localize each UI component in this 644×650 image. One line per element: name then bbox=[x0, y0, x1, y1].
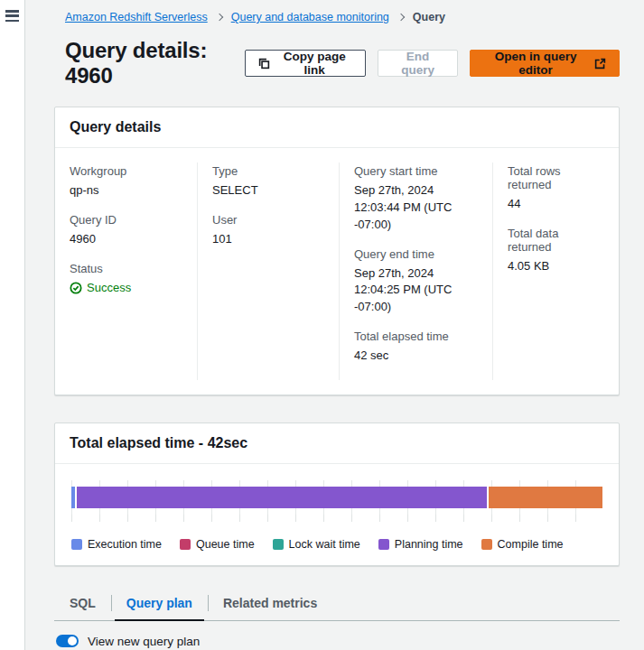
elapsed-time-chart: Execution timeQueue timeLock wait timePl… bbox=[55, 464, 619, 565]
open-in-query-editor-button[interactable]: Open in query editor bbox=[470, 50, 620, 77]
breadcrumb-link-redshift-serverless[interactable]: Amazon Redshift Serverless bbox=[65, 11, 208, 23]
total-data-returned-value: 4.05 KB bbox=[508, 258, 604, 275]
query-plan-toggle-row: View new query plan bbox=[54, 635, 620, 648]
main-content: Amazon Redshift Serverless Query and dat… bbox=[25, 0, 644, 650]
legend-label: Compile time bbox=[498, 538, 564, 551]
field-label: Total rows returned bbox=[508, 164, 604, 191]
legend-label: Lock wait time bbox=[289, 538, 360, 551]
legend-item-queue-time: Queue time bbox=[180, 538, 255, 551]
query-start-time-value: Sep 27th, 2024 12:03:44 PM (UTC -07:00) bbox=[354, 182, 478, 234]
view-new-query-plan-toggle[interactable] bbox=[56, 635, 79, 647]
legend-swatch-icon bbox=[378, 539, 389, 550]
breadcrumb-separator-icon bbox=[397, 14, 405, 21]
field-label: Query end time bbox=[354, 247, 478, 261]
field-label: User bbox=[212, 213, 324, 227]
field-label: Status bbox=[70, 262, 182, 275]
details-column-2: TypeSELECT User101 bbox=[197, 162, 339, 380]
query-id-value: 4960 bbox=[70, 231, 182, 248]
bar-segment-compile-time bbox=[489, 487, 602, 508]
legend-swatch-icon bbox=[71, 539, 82, 550]
field-label: Query start time bbox=[354, 164, 478, 178]
legend-label: Execution time bbox=[88, 538, 162, 551]
menu-icon[interactable] bbox=[5, 10, 19, 22]
legend-item-compile-time: Compile time bbox=[481, 538, 564, 551]
legend-label: Planning time bbox=[395, 538, 463, 551]
details-column-4: Total rows returned44 Total data returne… bbox=[492, 162, 619, 380]
details-column-1: Workgroupqp-ns Query ID4960 Status Succe… bbox=[55, 162, 197, 380]
copy-page-link-button[interactable]: Copy page link bbox=[245, 50, 366, 77]
type-value: SELECT bbox=[212, 182, 324, 200]
status-badge: Success bbox=[70, 280, 182, 297]
elapsed-time-card-title: Total elapsed time - 42sec bbox=[55, 423, 619, 464]
query-end-time-value: Sep 27th, 2024 12:04:25 PM (UTC -07:00) bbox=[354, 265, 478, 317]
breadcrumb-current: Query bbox=[413, 11, 445, 23]
chart-plot-area bbox=[71, 480, 602, 522]
tab-query-plan[interactable]: Query plan bbox=[111, 588, 208, 620]
legend-label: Queue time bbox=[196, 538, 255, 551]
breadcrumb-link-query-monitoring[interactable]: Query and database monitoring bbox=[231, 11, 389, 23]
user-value: 101 bbox=[212, 231, 324, 248]
total-rows-returned-value: 44 bbox=[508, 196, 604, 213]
breadcrumb: Amazon Redshift Serverless Query and dat… bbox=[65, 11, 620, 23]
field-label: Workgroup bbox=[70, 164, 182, 178]
elapsed-time-card: Total elapsed time - 42sec Execution tim… bbox=[54, 422, 620, 566]
external-link-icon bbox=[594, 58, 606, 70]
bar-segment-planning-time bbox=[77, 487, 489, 508]
chart-axis-ticks bbox=[71, 515, 602, 522]
legend-swatch-icon bbox=[481, 539, 492, 550]
copy-icon bbox=[258, 58, 270, 70]
field-label: Type bbox=[212, 164, 324, 178]
page-title: Query details: 4960 bbox=[65, 38, 245, 88]
legend-swatch-icon bbox=[273, 539, 284, 550]
field-label: Query ID bbox=[70, 213, 182, 227]
page-header: Amazon Redshift Serverless Query and dat… bbox=[54, 11, 620, 88]
details-column-3: Query start timeSep 27th, 2024 12:03:44 … bbox=[339, 162, 492, 380]
detail-tabs: SQL Query plan Related metrics bbox=[54, 588, 620, 621]
success-check-icon bbox=[70, 282, 82, 294]
tab-related-metrics[interactable]: Related metrics bbox=[208, 588, 332, 620]
end-query-button[interactable]: End query bbox=[378, 50, 458, 77]
legend-swatch-icon bbox=[180, 539, 191, 550]
legend-item-lock-wait-time: Lock wait time bbox=[273, 538, 360, 551]
collapsed-sidebar bbox=[0, 0, 25, 650]
legend-item-execution-time: Execution time bbox=[71, 538, 162, 551]
field-label: Total elapsed time bbox=[354, 330, 478, 343]
query-details-card: Query details Workgroupqp-ns Query ID496… bbox=[54, 107, 620, 395]
query-details-card-title: Query details bbox=[55, 107, 619, 148]
title-actions: Copy page link End query Open in query e… bbox=[245, 50, 620, 77]
elapsed-time-bar bbox=[71, 487, 602, 508]
tab-sql[interactable]: SQL bbox=[54, 588, 111, 620]
chart-legend: Execution timeQueue timeLock wait timePl… bbox=[71, 538, 602, 551]
legend-item-planning-time: Planning time bbox=[378, 538, 463, 551]
workgroup-value: qp-ns bbox=[70, 182, 182, 200]
toggle-label: View new query plan bbox=[88, 635, 200, 648]
field-label: Total data returned bbox=[508, 227, 604, 254]
breadcrumb-separator-icon bbox=[215, 14, 222, 21]
total-elapsed-time-value: 42 sec bbox=[354, 348, 478, 365]
query-details-grid: Workgroupqp-ns Query ID4960 Status Succe… bbox=[55, 148, 619, 395]
